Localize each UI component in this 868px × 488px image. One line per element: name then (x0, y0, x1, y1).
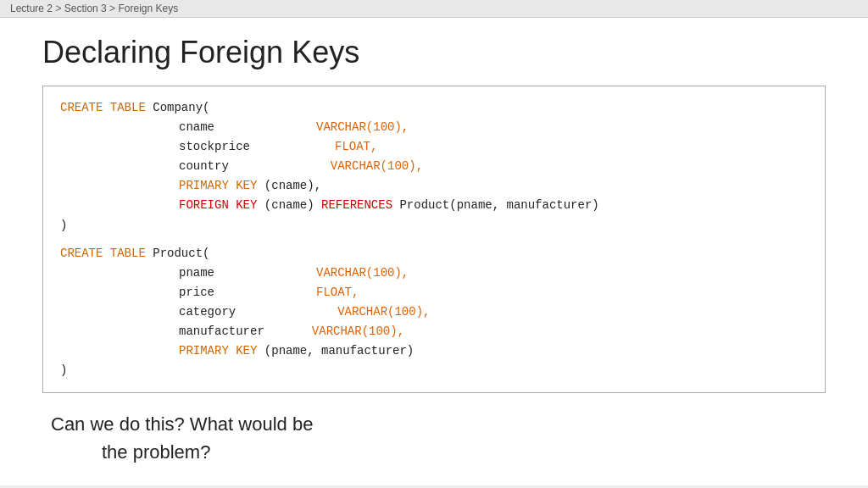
type-float-price: FLOAT, (316, 286, 359, 299)
type-float-stockprice: FLOAT, (335, 140, 377, 153)
keyword-primary-key-product: PRIMARY KEY (179, 344, 257, 358)
code-line-price: priceFLOAT, (60, 283, 808, 302)
type-varchar-country: VARCHAR(100), (331, 159, 423, 173)
bottom-text: Can we do this? What would be the proble… (51, 410, 826, 466)
code-line-company-create: CREATE TABLE Company( (60, 98, 808, 118)
code-line-cname: cnameVARCHAR(100), (60, 118, 808, 137)
breadcrumb-sep2: > (107, 3, 119, 14)
code-close-product: ) (60, 361, 808, 380)
code-block: CREATE TABLE Company( cnameVARCHAR(100),… (42, 86, 826, 393)
code-line-stockprice: stockpriceFLOAT, (60, 137, 808, 157)
code-line-manufacturer: manufacturerVARCHAR(100), (60, 322, 808, 341)
page-title: Declaring Foreign Keys (42, 35, 826, 70)
breadcrumb: Lecture 2 > Section 3 > Foreign Keys (0, 0, 868, 18)
code-line-category: categoryVARCHAR(100), (60, 302, 808, 322)
breadcrumb-sep1: > (53, 3, 64, 14)
keyword-references: REFERENCES (321, 198, 392, 212)
code-line-pk-product: PRIMARY KEY (pname, manufacturer) (60, 341, 808, 361)
bottom-line1: Can we do this? What would be (51, 413, 313, 435)
code-line-pname: pnameVARCHAR(100), (60, 263, 808, 283)
main-content: Declaring Foreign Keys CREATE TABLE Comp… (0, 18, 868, 485)
type-varchar-manufacturer: VARCHAR(100), (312, 324, 404, 338)
keyword-primary-key-company: PRIMARY KEY (179, 179, 257, 192)
code-line-fk-company: FOREIGN KEY (cname) REFERENCES Product(p… (60, 196, 808, 215)
keyword-foreign-key: FOREIGN KEY (179, 198, 257, 212)
breadcrumb-section: Section 3 (64, 3, 107, 14)
table-name-product: Product( (153, 247, 209, 260)
code-gap (60, 236, 808, 244)
bottom-line2: the problem? (102, 441, 210, 463)
code-close-company: ) (60, 216, 808, 236)
type-varchar-cname: VARCHAR(100), (316, 120, 409, 134)
breadcrumb-lecture: Lecture 2 (10, 3, 53, 14)
breadcrumb-page: Foreign Keys (118, 3, 178, 14)
keyword-create-table-1: CREATE TABLE (60, 101, 146, 114)
type-varchar-pname: VARCHAR(100), (316, 266, 409, 280)
code-line-country: countryVARCHAR(100), (60, 157, 808, 176)
table-name-company: Company( (153, 101, 209, 114)
code-line-pk-company: PRIMARY KEY (cname), (60, 176, 808, 196)
keyword-create-table-2: CREATE TABLE (60, 247, 146, 260)
type-varchar-category: VARCHAR(100), (337, 305, 430, 319)
code-line-product-create: CREATE TABLE Product( (60, 244, 808, 263)
